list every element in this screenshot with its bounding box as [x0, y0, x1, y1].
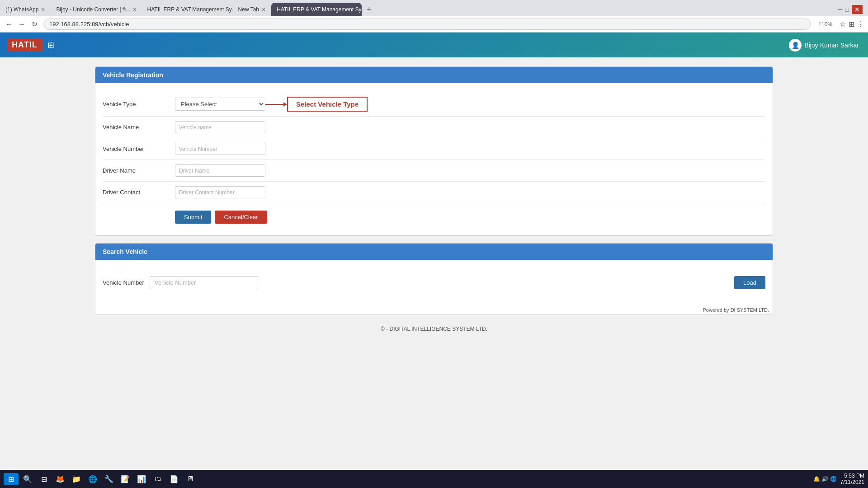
- username: Bijoy Kumar Sarkar: [804, 42, 859, 49]
- tab-close-icon[interactable]: ×: [133, 6, 137, 13]
- restore-icon[interactable]: □: [845, 6, 849, 13]
- taskbar-file-icon[interactable]: 📁: [69, 472, 84, 486]
- registration-form: Vehicle Type Please Select Select Vehicl…: [95, 83, 773, 235]
- taskbar-search-icon[interactable]: 🔍: [20, 472, 35, 486]
- user-info: 👤 Bijoy Kumar Sarkar: [789, 39, 859, 52]
- clock: 5:53 PM: [840, 473, 864, 479]
- taskbar-app1-icon[interactable]: 🔧: [102, 472, 116, 486]
- powered-by: Powered by DI SYSTEM LTD.: [95, 305, 773, 314]
- url-input[interactable]: 192.168.88.225:89/vch/vehicle: [43, 19, 811, 30]
- arrow-shaft: [265, 104, 283, 105]
- zoom-level: 110%: [818, 21, 832, 28]
- callout-box: Select Vehicle Type: [287, 97, 368, 112]
- taskbar-app2-icon[interactable]: 📝: [118, 472, 132, 486]
- taskbar-firefox-icon[interactable]: 🦊: [53, 472, 67, 486]
- vehicle-number-row: Vehicle Number: [103, 138, 765, 160]
- minimize-icon[interactable]: ─: [838, 6, 843, 13]
- tab-whatsapp[interactable]: (1) WhatsApp ×: [0, 3, 51, 16]
- tab-hatil2-active[interactable]: HATIL ERP & VAT Management Syst... ×: [271, 3, 362, 16]
- cancel-button[interactable]: Cancel/Clear: [215, 211, 267, 224]
- vehicle-type-label: Vehicle Type: [103, 101, 175, 108]
- vehicle-number-label: Vehicle Number: [103, 145, 175, 152]
- tab-hatil1[interactable]: HATIL ERP & VAT Management Syste... ×: [142, 3, 232, 16]
- start-button[interactable]: ⊞: [4, 473, 19, 485]
- reload-button[interactable]: ↻: [29, 19, 40, 30]
- back-button[interactable]: ←: [4, 19, 14, 30]
- tab-label: Bijoy - Unicode Converter | বি...: [57, 6, 131, 13]
- system-tray: 🔔 🔊 🌐: [813, 476, 837, 482]
- callout-arrow: [265, 102, 287, 107]
- form-buttons: Submit Cancel/Clear: [103, 203, 765, 226]
- logo: HATIL: [7, 38, 42, 52]
- search-vehicle-card: Search Vehicle Vehicle Number Load Power…: [95, 243, 773, 315]
- driver-contact-label: Driver Contact: [103, 189, 175, 196]
- grid-icon[interactable]: ⊞: [47, 40, 54, 50]
- search-vehicle-input[interactable]: [150, 276, 258, 289]
- top-nav: HATIL ⊞ 👤 Bijoy Kumar Sarkar: [0, 33, 868, 57]
- extensions-icon[interactable]: ⊞: [849, 20, 854, 28]
- page-content: Vehicle Registration Vehicle Type Please…: [0, 57, 868, 488]
- bookmark-icon[interactable]: ☆: [840, 20, 846, 28]
- taskbar: ⊞ 🔍 ⊟ 🦊 📁 🌐 🔧 📝 📊 🗂 📄 🖥 🔔 🔊 🌐 5:53 PM 7/…: [0, 470, 868, 488]
- vehicle-name-input[interactable]: [175, 121, 265, 133]
- taskbar-task-icon[interactable]: ⊟: [37, 472, 51, 486]
- tab-label: (1) WhatsApp: [5, 6, 38, 13]
- taskbar-right: 🔔 🔊 🌐 5:53 PM 7/11/2021: [813, 473, 864, 485]
- vehicle-type-field-group: Please Select Select Vehicle Type: [175, 97, 368, 112]
- forward-button[interactable]: →: [16, 19, 27, 30]
- avatar: 👤: [789, 39, 802, 52]
- taskbar-app3-icon[interactable]: 📊: [134, 472, 149, 486]
- taskbar-chrome-icon[interactable]: 🌐: [85, 472, 100, 486]
- vehicle-name-label: Vehicle Name: [103, 124, 175, 131]
- load-button[interactable]: Load: [734, 276, 765, 289]
- tab-newtab[interactable]: New Tab ×: [233, 3, 271, 16]
- search-vehicle-label: Vehicle Number: [103, 279, 144, 286]
- vehicle-registration-header: Vehicle Registration: [95, 67, 773, 83]
- tab-close-icon[interactable]: ×: [262, 6, 265, 13]
- new-tab-button[interactable]: +: [362, 3, 376, 16]
- search-form: Vehicle Number Load: [95, 260, 773, 305]
- tab-label: New Tab: [238, 6, 259, 13]
- tab-close-icon[interactable]: ×: [41, 6, 45, 13]
- vehicle-type-select[interactable]: Please Select: [175, 98, 265, 111]
- vehicle-name-row: Vehicle Name: [103, 117, 765, 138]
- footer: © - DIGITAL INTELLIGENCE SYSTEM LTD.: [95, 322, 773, 336]
- address-bar: ← → ↻ 192.168.88.225:89/vch/vehicle 110%…: [0, 16, 868, 33]
- taskbar-app4-icon[interactable]: 🗂: [151, 472, 165, 486]
- arrow-head: [283, 102, 287, 107]
- vehicle-number-input[interactable]: [175, 143, 265, 155]
- driver-contact-row: Driver Contact: [103, 182, 765, 203]
- time-display: 5:53 PM 7/11/2021: [840, 473, 864, 485]
- tab-bijoy[interactable]: Bijoy - Unicode Converter | বি... ×: [51, 3, 142, 16]
- vehicle-type-row: Vehicle Type Please Select Select Vehicl…: [103, 92, 765, 117]
- submit-button[interactable]: Submit: [175, 211, 211, 224]
- driver-name-row: Driver Name: [103, 160, 765, 182]
- date-display: 7/11/2021: [840, 479, 864, 485]
- taskbar-app5-icon[interactable]: 🖥: [183, 472, 198, 486]
- close-icon[interactable]: ✕: [852, 5, 863, 14]
- vehicle-registration-card: Vehicle Registration Vehicle Type Please…: [95, 66, 773, 236]
- driver-contact-input[interactable]: [175, 186, 265, 198]
- taskbar-word-icon[interactable]: 📄: [167, 472, 181, 486]
- more-icon[interactable]: ⋮: [857, 20, 864, 28]
- tab-label: HATIL ERP & VAT Management Syste...: [147, 6, 232, 13]
- driver-name-input[interactable]: [175, 164, 265, 177]
- search-vehicle-header: Search Vehicle: [95, 244, 773, 260]
- copyright-text: © - DIGITAL INTELLIGENCE SYSTEM LTD.: [381, 326, 487, 332]
- search-row: Vehicle Number Load: [103, 269, 765, 296]
- driver-name-label: Driver Name: [103, 167, 175, 174]
- tab-label: HATIL ERP & VAT Management Syst...: [277, 6, 362, 13]
